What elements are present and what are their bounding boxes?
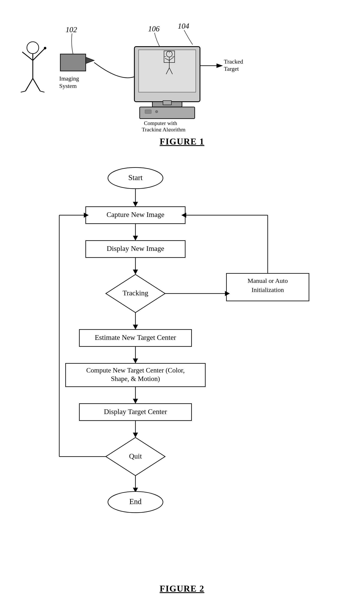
person-left-foot — [21, 91, 26, 92]
figure2-section: Start Capture New Image Display New Imag… — [17, 161, 347, 594]
ref102-label: 102 — [66, 26, 77, 34]
figure1-section: 102 106 104 — [17, 13, 347, 144]
arrowhead-2 — [133, 236, 138, 240]
computer-drive — [145, 110, 151, 114]
arrowhead-1 — [133, 202, 138, 207]
display-target-center-label: Display Target Center — [104, 408, 167, 415]
tracked-target-label2: Target — [224, 65, 239, 72]
figure2-diagram: Start Capture New Image Display New Imag… — [17, 161, 347, 574]
figure1-diagram: 102 106 104 — [17, 21, 347, 131]
person-right-arm — [33, 49, 44, 60]
person-right-foot — [40, 91, 44, 92]
quit-label: Quit — [129, 452, 142, 460]
imaging-system-label2: System — [59, 83, 77, 89]
computer-button — [156, 110, 158, 113]
end-label: End — [129, 497, 142, 506]
camera-lens — [86, 57, 94, 63]
imaging-system-label: Imaging — [59, 75, 79, 82]
person-hand — [44, 47, 46, 49]
page: 102 106 104 — [0, 0, 364, 599]
ref106-label: 106 — [148, 25, 160, 33]
monitor-stand-neck — [163, 101, 172, 105]
arrowhead-7 — [133, 433, 138, 438]
display-new-image-label: Display New Image — [107, 245, 164, 252]
figure2-caption: FIGURE 2 — [17, 583, 347, 594]
tracked-target-label1: Tracked — [224, 58, 243, 65]
start-label: Start — [128, 173, 143, 182]
computer-label2: Tracking Algorithm — [142, 126, 185, 131]
arrowhead-3 — [133, 270, 138, 274]
compute-label1: Compute New Target Center (Color, — [86, 367, 185, 374]
manual-auto-label1: Manual or Auto — [248, 277, 288, 284]
person-left-leg — [26, 78, 33, 91]
computer-label1: Computer with — [144, 120, 177, 126]
manual-auto-label2: Initialization — [251, 286, 284, 293]
arrowhead-4 — [133, 325, 138, 329]
arrowhead-6 — [133, 399, 138, 404]
capture-new-image-label: Capture New Image — [106, 211, 165, 219]
estimate-label: Estimate New Target Center — [95, 334, 176, 341]
compute-label2: Shape, & Motion) — [111, 375, 160, 382]
person-head — [27, 42, 39, 54]
arrowhead-5 — [133, 359, 138, 363]
person-right-leg — [33, 78, 40, 91]
camera-body — [60, 54, 86, 71]
tracking-label: Tracking — [123, 289, 148, 297]
cable — [94, 62, 136, 78]
figure1-caption: FIGURE 1 — [17, 136, 347, 147]
ref104-label: 104 — [178, 22, 189, 30]
